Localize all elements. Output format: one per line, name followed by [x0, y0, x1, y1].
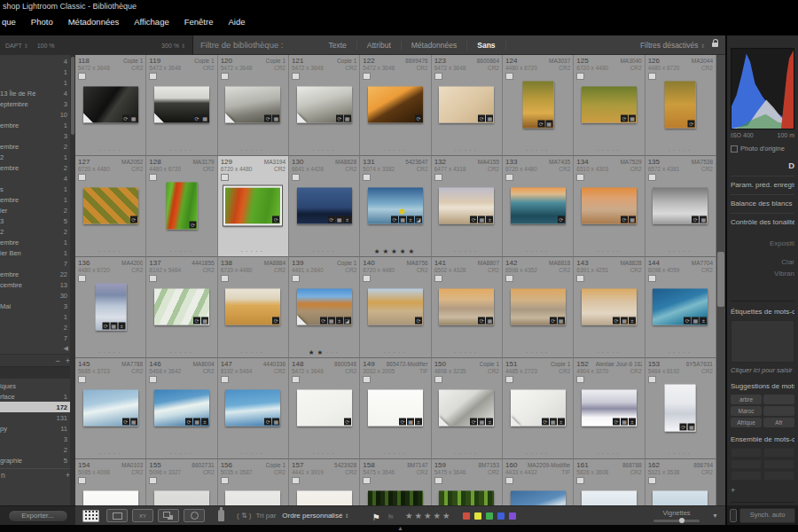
- photo-cell[interactable]: 131_54236475074 x 3382CR2⟳▦±◪★★★★★: [360, 156, 431, 257]
- photo-thumbnail[interactable]: [511, 491, 566, 506]
- flag-checkbox-icon[interactable]: [363, 477, 371, 484]
- folder-item[interactable]: 1: [0, 66, 75, 77]
- badge-icon[interactable]: ⟳: [478, 317, 485, 325]
- photo-thumbnail[interactable]: ⟳▦: [297, 87, 352, 123]
- badge-icon[interactable]: ▦: [344, 115, 351, 122]
- rating-row[interactable]: ·····: [574, 450, 644, 458]
- folder-item[interactable]: 4: [0, 173, 75, 184]
- flag-checkbox-icon[interactable]: [221, 275, 229, 282]
- rating-row[interactable]: ·····: [289, 247, 359, 255]
- zoom-100-label[interactable]: 100 %: [37, 43, 55, 49]
- photo-cell[interactable]: 132_MA41556477 x 4318CR2⟳▦±·····: [432, 156, 503, 257]
- rating-row[interactable]: ·····: [218, 247, 288, 255]
- flag-checkbox-icon[interactable]: [505, 275, 513, 282]
- badge-icon[interactable]: ±: [407, 216, 414, 223]
- badge-icon[interactable]: ⟳: [102, 323, 109, 330]
- folder-item[interactable]: embre22: [0, 269, 75, 279]
- folder-item[interactable]: embre1: [0, 120, 75, 130]
- photo-thumbnail[interactable]: ⟳▦: [154, 289, 209, 325]
- badge-icon[interactable]: ±: [486, 216, 493, 223]
- badge-icon[interactable]: ±: [415, 419, 422, 426]
- badge-icon[interactable]: ⟳: [680, 424, 687, 431]
- photo-thumbnail[interactable]: ⟳▦±: [582, 390, 637, 426]
- badge-icon[interactable]: ⟳: [328, 216, 335, 223]
- flag-checkbox-icon[interactable]: [221, 477, 229, 484]
- folder-item[interactable]: 4: [0, 56, 75, 66]
- photo-cell[interactable]: 140_MA87566720 x 4480CR2⟳·····: [360, 257, 431, 358]
- badge-icon[interactable]: ±: [118, 323, 125, 330]
- badge-icon[interactable]: ▦: [486, 317, 493, 325]
- photo-thumbnail[interactable]: ⟳▦: [225, 390, 280, 426]
- badge-icon[interactable]: ◪: [344, 317, 351, 325]
- rating-row[interactable]: ·····: [75, 348, 145, 356]
- photo-cell[interactable]: 118Copie 15472 x 3648CR2⟳▦·····: [75, 55, 146, 156]
- photo-cell[interactable]: 146_MA80045468 x 3642CR2⟳▦±·····: [146, 358, 217, 459]
- panel-reveal-arrow-icon[interactable]: ▲: [397, 525, 403, 532]
- zoom-300-label[interactable]: 300 %: [161, 43, 179, 49]
- photo-thumbnail[interactable]: ⟳: [665, 82, 696, 129]
- badge-icon[interactable]: ⟳: [320, 317, 327, 325]
- photo-thumbnail[interactable]: ⟳▦: [83, 390, 138, 426]
- auto-sync-button[interactable]: Synch. auto: [739, 508, 795, 523]
- photo-thumbnail[interactable]: ⟳▦±: [439, 188, 494, 224]
- rating-row[interactable]: ·····: [75, 450, 145, 458]
- flag-checkbox-icon[interactable]: [292, 73, 300, 80]
- badge-icon[interactable]: ⟳: [415, 115, 422, 122]
- loupe-view-icon[interactable]: [106, 509, 128, 522]
- rating-row[interactable]: ·····: [645, 247, 716, 255]
- rating-row[interactable]: ·····: [289, 146, 359, 154]
- checkbox-icon[interactable]: [731, 145, 738, 153]
- filter-tab-texte[interactable]: Texte: [318, 41, 356, 50]
- people-view-icon[interactable]: [184, 509, 205, 522]
- photo-cell[interactable]: 122_86994765472 x 3648CR2⟳·····: [360, 55, 431, 156]
- keyword-set-button[interactable]: [731, 459, 762, 469]
- flag-checkbox-icon[interactable]: [78, 477, 86, 484]
- badge-icon[interactable]: ⟳: [621, 216, 628, 223]
- badge-icon[interactable]: ⟳: [415, 317, 422, 325]
- painter-spray-icon[interactable]: [218, 510, 224, 521]
- folder-item[interactable]: Mai3: [0, 301, 75, 311]
- badge-icon[interactable]: ▦: [621, 419, 628, 426]
- rating-row[interactable]: ·····: [432, 247, 502, 255]
- photo-cell[interactable]: 138_MA88846720 x 4480CR2⟳·····: [218, 257, 289, 358]
- filter-tab-attribut[interactable]: Attribut: [356, 41, 401, 50]
- photo-cell[interactable]: 151Copie 14485 x 2723CR2⟳▦±·····: [503, 358, 574, 459]
- photo-cell[interactable]: 157_54239284441 x 3919CR2·····: [289, 459, 360, 505]
- photo-cell[interactable]: 135_MA75386572 x 4381CR2⟳▦·····: [645, 156, 716, 257]
- badge-icon[interactable]: ▦: [692, 317, 699, 325]
- folder-item[interactable]: 30: [0, 290, 75, 301]
- badge-icon[interactable]: ▦: [272, 419, 279, 426]
- rating-row[interactable]: ·····: [146, 348, 216, 356]
- badge-icon[interactable]: ▦: [478, 216, 485, 223]
- color-label-chip[interactable]: [463, 512, 470, 520]
- photo-thumbnail[interactable]: ⟳▦: [582, 188, 637, 224]
- keyword-suggestion-button[interactable]: Maroc: [731, 406, 762, 416]
- flag-checkbox-icon[interactable]: [434, 275, 442, 282]
- photo-thumbnail[interactable]: ⟳▦±: [154, 390, 209, 426]
- keyword-suggestion-button[interactable]: [763, 395, 794, 404]
- photo-cell[interactable]: 123_86008645472 x 3648CR2⟳▦·····: [432, 55, 503, 156]
- badge-icon[interactable]: ±: [201, 419, 208, 426]
- photo-cell[interactable]: 155_86027315096 x 3327CR2·····: [146, 459, 217, 505]
- photo-thumbnail[interactable]: ⟳▦±: [511, 390, 566, 426]
- folder-item[interactable]: embre2: [0, 141, 75, 152]
- photo-thumbnail[interactable]: ⟳▦±: [297, 188, 352, 224]
- folder-item[interactable]: 21: [0, 152, 75, 162]
- flag-checkbox-icon[interactable]: [78, 174, 86, 181]
- badge-icon[interactable]: ⟳: [122, 115, 129, 122]
- rating-row[interactable]: ·····: [432, 348, 502, 356]
- photo-cell[interactable]: 162_8667945321 x 3538CR2·····: [645, 459, 716, 505]
- rating-row[interactable]: ·····: [432, 146, 502, 154]
- flag-checkbox-icon[interactable]: [221, 174, 229, 181]
- badge-icon[interactable]: ⟳: [272, 216, 279, 223]
- photo-cell[interactable]: 133_MA74356720 x 4480CR2⟳·····: [503, 156, 574, 257]
- photo-cell[interactable]: 160_MA2209-Modifier4433 x 4432TIF·····: [503, 459, 574, 505]
- sync-toggle[interactable]: [730, 509, 737, 522]
- badge-icon[interactable]: ▦: [407, 419, 414, 426]
- keyword-set-button[interactable]: [731, 448, 762, 458]
- badge-icon[interactable]: ±: [336, 317, 343, 325]
- photo-thumbnail[interactable]: ⟳: [511, 188, 566, 224]
- folder-item[interactable]: 1: [0, 311, 75, 322]
- keyword-suggestion-button[interactable]: Afr: [763, 418, 794, 427]
- collections-filter-input[interactable]: [0, 366, 75, 379]
